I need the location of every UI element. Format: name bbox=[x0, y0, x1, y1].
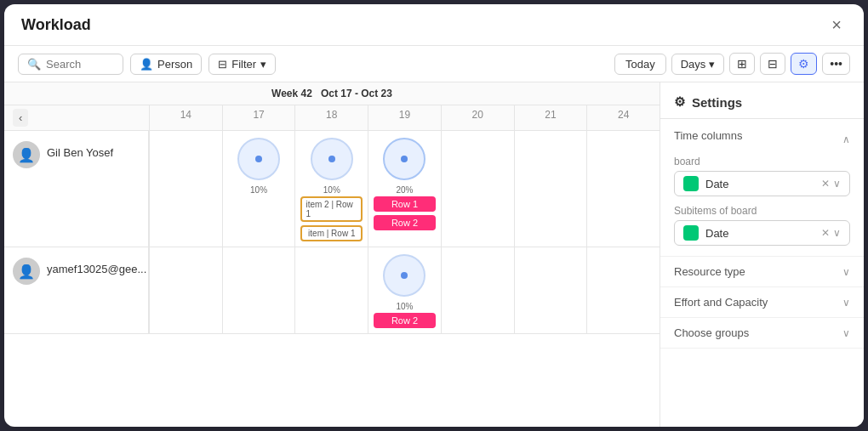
resource-type-toggle[interactable]: Resource type ∨ bbox=[660, 257, 864, 287]
subitems-date-actions: ✕ ∨ bbox=[821, 227, 841, 239]
workload-pct: 10% bbox=[323, 185, 340, 195]
more-icon: ••• bbox=[830, 57, 842, 71]
board-date-selector[interactable]: Date ✕ ∨ bbox=[674, 171, 850, 196]
item-bar: item | Row 1 bbox=[300, 225, 363, 241]
week-range: Oct 17 - Oct 23 bbox=[321, 88, 392, 99]
day-header-17: 17 bbox=[222, 105, 295, 130]
choose-groups-chevron: ∨ bbox=[842, 327, 850, 339]
days-label: Days bbox=[681, 58, 706, 71]
days-selector[interactable]: Days ▾ bbox=[671, 54, 725, 75]
workload-pct: 20% bbox=[396, 185, 413, 195]
table-icon: ⊟ bbox=[768, 57, 778, 71]
day-header-24: 24 bbox=[586, 105, 660, 130]
filter-button[interactable]: ⊟ Filter ▾ bbox=[208, 54, 276, 75]
choose-groups-label: Choose groups bbox=[674, 326, 749, 339]
table-row: 👤 Gil Ben Yosef 10% 10% bbox=[4, 131, 660, 247]
day-cell-p1-21 bbox=[514, 131, 587, 247]
day-header-20: 20 bbox=[441, 105, 514, 130]
person-info-2: 👤 yamef13025@gee... bbox=[4, 247, 149, 333]
person-name-1: Gil Ben Yosef bbox=[47, 141, 113, 159]
settings-view-button[interactable]: ⚙ bbox=[791, 53, 817, 75]
settings-icon: ⚙ bbox=[798, 57, 809, 71]
circle-dot bbox=[401, 272, 408, 279]
time-columns-label: Time columns bbox=[674, 129, 742, 142]
week-header: Week 42 Oct 17 - Oct 23 bbox=[4, 82, 660, 105]
time-columns-section: Time columns ∧ board Date ✕ ∨ bbox=[660, 119, 864, 257]
board-expand-button[interactable]: ∨ bbox=[833, 178, 841, 190]
settings-sidebar-icon: ⚙ bbox=[674, 94, 685, 110]
effort-capacity-label: Effort and Capacity bbox=[674, 296, 768, 309]
table-row: 👤 yamef13025@gee... 10% Row 2 bbox=[4, 247, 660, 334]
board-clear-button[interactable]: ✕ bbox=[821, 178, 830, 190]
toolbar: 🔍 👤 Person ⊟ Filter ▾ Today Days ▾ ⊞ ⊟ bbox=[4, 46, 864, 82]
day-cell-p2-17 bbox=[222, 247, 295, 333]
modal-header: Workload × bbox=[4, 4, 864, 46]
grid-icon: ⊞ bbox=[737, 57, 747, 71]
filter-label: Filter bbox=[231, 58, 256, 71]
day-cell-p2-14 bbox=[149, 247, 222, 333]
circle-dot bbox=[255, 156, 262, 162]
workload-pct: 10% bbox=[396, 302, 413, 311]
toolbar-right: Today Days ▾ ⊞ ⊟ ⚙ ••• bbox=[614, 53, 850, 75]
day-cell-p2-18 bbox=[294, 247, 368, 333]
circle-dot bbox=[401, 156, 408, 162]
avatar: 👤 bbox=[13, 141, 40, 168]
search-box[interactable]: 🔍 bbox=[18, 54, 123, 75]
day-cell-p2-21 bbox=[514, 247, 587, 333]
workload-pct: 10% bbox=[250, 185, 267, 195]
day-cell-p1-20 bbox=[441, 131, 514, 247]
workload-modal: Workload × 🔍 👤 Person ⊟ Filter ▾ Today D… bbox=[4, 4, 864, 427]
person-header-cell: ‹ bbox=[4, 105, 149, 130]
settings-sidebar: ⚙ Settings Time columns ∧ board Date ✕ bbox=[660, 82, 864, 427]
subitems-label: Subitems of board bbox=[674, 205, 850, 217]
nav-left-button[interactable]: ‹ bbox=[13, 109, 28, 127]
main-area: Week 42 Oct 17 - Oct 23 ‹ 14 17 18 19 20… bbox=[4, 82, 864, 427]
calendar-area: Week 42 Oct 17 - Oct 23 ‹ 14 17 18 19 20… bbox=[4, 82, 660, 427]
resource-type-chevron: ∨ bbox=[842, 266, 850, 278]
task-bar-row2: Row 2 bbox=[374, 215, 436, 230]
day-headers: ‹ 14 17 18 19 20 21 24 bbox=[4, 105, 660, 131]
sidebar-title: Settings bbox=[692, 95, 742, 110]
person-button[interactable]: 👤 Person bbox=[130, 54, 202, 75]
effort-capacity-toggle[interactable]: Effort and Capacity ∨ bbox=[660, 287, 864, 318]
days-chevron: ▾ bbox=[709, 58, 715, 71]
subitems-date-value: Date bbox=[705, 227, 814, 240]
subitems-clear-button[interactable]: ✕ bbox=[821, 227, 830, 239]
circle-dot bbox=[328, 156, 335, 162]
effort-capacity-chevron: ∨ bbox=[842, 297, 850, 309]
task-bar-row1: Row 1 bbox=[374, 196, 436, 212]
person-info-1: 👤 Gil Ben Yosef bbox=[4, 131, 149, 247]
more-button[interactable]: ••• bbox=[822, 53, 850, 75]
time-columns-toggle[interactable]: Time columns ∧ bbox=[674, 129, 850, 149]
workload-circle bbox=[311, 138, 353, 180]
day-cell-p2-24 bbox=[586, 247, 660, 333]
close-button[interactable]: × bbox=[826, 14, 847, 35]
search-icon: 🔍 bbox=[27, 58, 41, 71]
today-button[interactable]: Today bbox=[614, 54, 666, 75]
grid-view-button[interactable]: ⊞ bbox=[729, 53, 755, 75]
task-bar-row2: Row 2 bbox=[374, 313, 436, 328]
week-label: Week 42 bbox=[271, 88, 312, 99]
choose-groups-toggle[interactable]: Choose groups ∨ bbox=[660, 318, 864, 349]
item-bar: item 2 | Row 1 bbox=[300, 196, 363, 222]
person-name-2: yamef13025@gee... bbox=[47, 258, 146, 275]
day-cell-p2-19: 10% Row 2 bbox=[368, 247, 441, 333]
day-cell-p1-14 bbox=[149, 131, 222, 247]
day-cell-p1-18: 10% item 2 | Row 1 item | Row 1 bbox=[294, 131, 368, 247]
avatar: 👤 bbox=[13, 258, 40, 285]
modal-title: Workload bbox=[21, 16, 91, 34]
sidebar-header: ⚙ Settings bbox=[660, 82, 864, 119]
workload-circle bbox=[383, 138, 425, 180]
subitems-expand-button[interactable]: ∨ bbox=[833, 227, 841, 239]
person-label: Person bbox=[157, 58, 192, 71]
search-input[interactable] bbox=[46, 58, 114, 71]
table-view-button[interactable]: ⊟ bbox=[760, 53, 785, 75]
subitems-date-selector[interactable]: Date ✕ ∨ bbox=[674, 220, 850, 246]
board-date-actions: ✕ ∨ bbox=[821, 178, 841, 190]
time-columns-chevron: ∧ bbox=[842, 133, 850, 145]
board-subsection: board Date ✕ ∨ bbox=[674, 156, 850, 196]
resource-type-label: Resource type bbox=[674, 265, 745, 278]
day-cell-p1-24 bbox=[586, 131, 660, 247]
day-header-18: 18 bbox=[294, 105, 368, 130]
board-date-value: Date bbox=[705, 178, 814, 190]
